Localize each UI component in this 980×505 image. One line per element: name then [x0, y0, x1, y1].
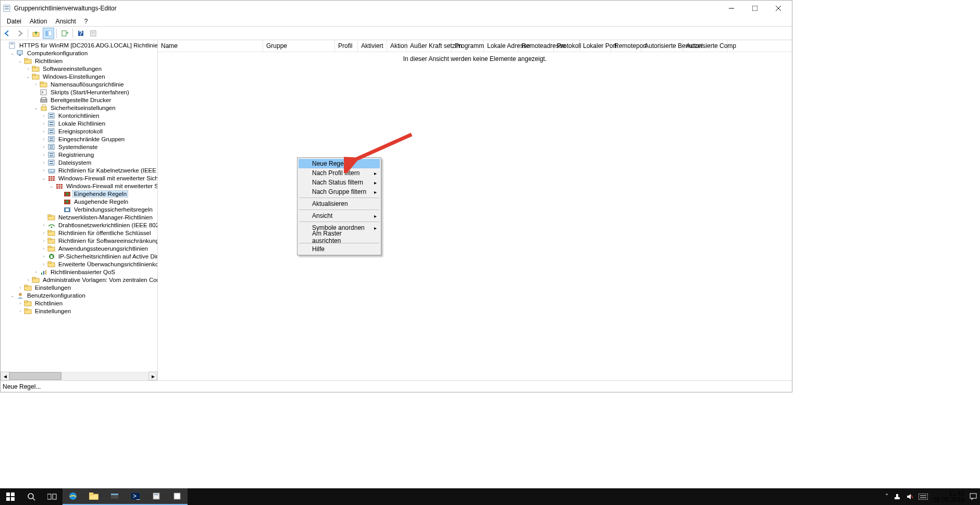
context-menu-item[interactable]: Nach Gruppe filtern — [299, 187, 380, 196]
column-header[interactable]: Remoteadresse — [518, 40, 554, 52]
tree-node[interactable]: ›IP-Sicherheitsrichtlinien auf Active Di… — [2, 252, 158, 260]
context-menu-item[interactable]: Nach Profil filtern — [299, 168, 380, 178]
tree-node[interactable]: Eingehende Regeln — [2, 190, 158, 198]
collapse-icon[interactable]: ⌄ — [17, 58, 23, 64]
collapse-icon[interactable]: ⌄ — [41, 175, 47, 181]
collapse-icon[interactable]: ⌄ — [33, 105, 39, 111]
context-menu-item[interactable]: Aktualisieren — [299, 199, 380, 208]
expand-icon[interactable]: › — [25, 277, 31, 283]
clock[interactable]: 11:4226.05.2019 — [933, 490, 964, 503]
nav-back-button[interactable] — [2, 28, 13, 39]
menu-datei[interactable]: Datei — [3, 17, 26, 26]
tree-node[interactable]: ›Lokale Richtlinien — [2, 119, 158, 127]
column-header[interactable]: Außer Kraft setzen — [407, 40, 452, 52]
expand-icon[interactable]: › — [41, 159, 47, 166]
tree-node[interactable]: ›Richtlinien für Softwareeinschränkung — [2, 237, 158, 244]
tree-node[interactable]: ⌄Windows-Firewall mit erweiterter Sicher… — [2, 174, 158, 182]
expand-icon[interactable]: › — [41, 167, 47, 174]
tree-node[interactable]: Bereitgestellte Drucker — [2, 96, 158, 104]
context-menu-item[interactable]: Am Raster ausrichten — [299, 232, 380, 242]
help-button[interactable]: ? — [75, 28, 86, 39]
tree-node[interactable]: Ausgehende Regeln — [2, 198, 158, 205]
tree-node[interactable]: HTTPS für WinRM [DC2016.ADG.LOCAL] Richt… — [2, 41, 158, 49]
task-ie[interactable] — [63, 488, 83, 505]
tree-h-scrollbar[interactable]: ◂ ▸ — [1, 372, 157, 380]
tree-node[interactable]: ›Dateisystem — [2, 158, 158, 166]
tree-node[interactable]: ›Richtlinien — [2, 299, 158, 307]
expand-icon[interactable]: › — [41, 253, 47, 260]
column-header[interactable]: Gruppe — [263, 40, 335, 52]
start-button[interactable] — [0, 488, 21, 505]
context-menu-item[interactable]: Hilfe — [299, 244, 380, 254]
menu-ansicht[interactable]: Ansicht — [51, 17, 80, 26]
tree-node[interactable]: ⌄Windows-Firewall mit erweiterter Sicher… — [2, 182, 158, 190]
expand-icon[interactable]: › — [17, 285, 23, 291]
tree-node[interactable]: ⌄Computerkonfiguration — [2, 49, 158, 57]
expand-icon[interactable]: › — [41, 152, 47, 158]
expand-icon[interactable]: › — [41, 120, 47, 127]
column-header[interactable]: Aktion — [387, 40, 407, 52]
task-gpmc[interactable] — [146, 488, 167, 505]
scroll-left-button[interactable]: ◂ — [1, 372, 9, 380]
tree-node[interactable]: ›Kontorichtlinien — [2, 112, 158, 119]
properties-button[interactable] — [88, 28, 99, 39]
tree-node[interactable]: ⌄Sicherheitseinstellungen — [2, 104, 158, 112]
menu-aktion[interactable]: Aktion — [26, 17, 51, 26]
tree-node[interactable]: ›Richtlinienbasierter QoS — [2, 268, 158, 276]
export-list-button[interactable] — [59, 28, 70, 39]
collapse-icon[interactable]: ⌄ — [9, 292, 16, 299]
tray-keyboard-icon[interactable] — [919, 494, 928, 500]
tray-network-icon[interactable] — [894, 493, 901, 500]
collapse-icon[interactable]: ⌄ — [9, 50, 16, 56]
action-center-icon[interactable] — [970, 493, 977, 500]
search-button[interactable] — [21, 488, 42, 505]
column-header[interactable]: Name — [158, 40, 263, 52]
tree-node[interactable]: ⌄Richtlinien — [2, 57, 158, 65]
tree-node[interactable]: ⌄Benutzerkonfiguration — [2, 291, 158, 299]
taskview-button[interactable] — [42, 488, 63, 505]
tree-node[interactable]: ›Namensauflösungsrichtlinie — [2, 80, 158, 88]
column-header[interactable]: Autorisierte Benutzer — [641, 40, 683, 52]
tree-node[interactable]: ›Systemdienste — [2, 143, 158, 151]
task-server-manager[interactable] — [104, 488, 125, 505]
expand-icon[interactable]: › — [17, 300, 23, 306]
menu-help[interactable]: ? — [80, 17, 92, 26]
tree-node[interactable]: ›Erweiterte Überwachungsrichtlinienkonfi… — [2, 260, 158, 268]
tree-node[interactable]: ›Softwareeinstellungen — [2, 65, 158, 72]
tree-node[interactable]: ›Administrative Vorlagen: Vom zentralen … — [2, 276, 158, 284]
column-header[interactable]: Programm — [452, 40, 484, 52]
task-explorer[interactable] — [83, 488, 104, 505]
expand-icon[interactable]: › — [41, 261, 47, 267]
tree-node[interactable]: ›Drahtlosnetzwerkrichtlinien (IEEE 802.1… — [2, 221, 158, 229]
show-hide-tree-button[interactable] — [43, 28, 54, 39]
expand-icon[interactable]: › — [41, 245, 47, 252]
tree-pane[interactable]: HTTPS für WinRM [DC2016.ADG.LOCAL] Richt… — [1, 40, 158, 380]
expand-icon[interactable]: › — [41, 222, 47, 228]
column-header[interactable]: Lokaler Port — [580, 40, 611, 52]
expand-icon[interactable]: › — [41, 238, 47, 244]
column-header[interactable]: Aktiviert — [358, 40, 387, 52]
task-gpme-editor[interactable] — [167, 488, 188, 505]
expand-icon[interactable]: › — [33, 81, 39, 88]
tray-volume-icon[interactable] — [906, 493, 913, 500]
expand-icon[interactable]: › — [41, 128, 47, 134]
up-folder-button[interactable] — [30, 28, 42, 39]
tree-node[interactable]: ›Einstellungen — [2, 307, 158, 315]
tree-node[interactable]: ›Einstellungen — [2, 284, 158, 291]
column-header[interactable]: Profil — [335, 40, 358, 52]
expand-icon[interactable]: › — [41, 230, 47, 236]
nav-forward-button[interactable] — [14, 28, 26, 39]
tray-up-icon[interactable]: ˄ — [885, 493, 888, 500]
tree-node[interactable]: ›Eingeschränkte Gruppen — [2, 135, 158, 143]
minimize-button[interactable] — [720, 1, 743, 16]
tree-node[interactable]: Verbindungssicherheitsregeln — [2, 205, 158, 213]
context-menu-item[interactable]: Neue Regel... — [299, 159, 380, 168]
maximize-button[interactable] — [743, 1, 766, 16]
scroll-thumb[interactable] — [9, 372, 61, 380]
expand-icon[interactable]: › — [41, 113, 47, 119]
expand-icon[interactable]: › — [33, 269, 39, 275]
list-body[interactable]: In dieser Ansicht werden keine Elemente … — [158, 52, 792, 380]
expand-icon[interactable]: › — [41, 144, 47, 150]
collapse-icon[interactable]: ⌄ — [48, 183, 55, 189]
tree-node[interactable]: ⌄Windows-Einstellungen — [2, 72, 158, 80]
